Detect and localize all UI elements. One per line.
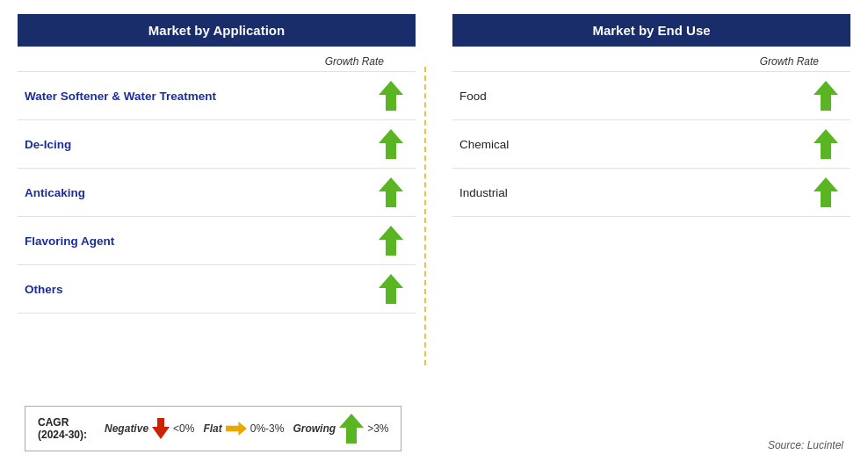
source-label: Source: Lucintel bbox=[768, 439, 843, 451]
legend-flat-label: Flat bbox=[203, 422, 221, 435]
right-item-label-2: Industrial bbox=[459, 186, 508, 199]
right-items-section: Food Chemical Industrial bbox=[452, 71, 850, 462]
legend-negative-value: <0% bbox=[173, 422, 194, 435]
table-row: Others bbox=[18, 265, 416, 314]
left-item-label-1: De-Icing bbox=[25, 138, 71, 151]
legend-cagr-years: (2024-30): bbox=[38, 429, 87, 441]
table-row: Anticaking bbox=[18, 169, 416, 217]
svg-marker-8 bbox=[152, 418, 170, 439]
green-up-arrow-icon-legend bbox=[339, 414, 364, 444]
green-up-arrow-icon bbox=[814, 177, 838, 207]
right-arrow-container-0 bbox=[810, 81, 842, 111]
yellow-right-arrow-icon bbox=[226, 421, 247, 436]
right-arrow-container-2 bbox=[810, 177, 842, 207]
legend-negative: Negative <0% bbox=[105, 418, 194, 439]
svg-marker-2 bbox=[379, 177, 403, 207]
left-item-label-0: Water Softener & Water Treatment bbox=[25, 90, 216, 103]
left-item-label-4: Others bbox=[25, 283, 63, 296]
table-row: Industrial bbox=[452, 169, 850, 217]
left-item-label-3: Flavoring Agent bbox=[25, 234, 114, 248]
svg-marker-9 bbox=[226, 422, 247, 436]
svg-marker-7 bbox=[814, 177, 838, 207]
right-item-label-1: Chemical bbox=[459, 138, 509, 151]
green-up-arrow-icon bbox=[814, 81, 838, 111]
green-up-arrow-icon bbox=[379, 274, 403, 304]
left-arrow-container-3 bbox=[375, 226, 407, 256]
right-item-label-0: Food bbox=[459, 90, 487, 103]
left-arrow-container-0 bbox=[375, 81, 407, 111]
right-panel-header: Market by End Use bbox=[452, 14, 850, 47]
svg-marker-1 bbox=[379, 129, 403, 159]
left-arrow-container-4 bbox=[375, 274, 407, 304]
svg-marker-4 bbox=[379, 274, 403, 304]
green-up-arrow-icon bbox=[814, 129, 838, 159]
svg-marker-6 bbox=[814, 129, 838, 159]
left-items-section: Water Softener & Water Treatment De-Icin… bbox=[18, 71, 416, 462]
left-panel: Market by Application Growth Rate Water … bbox=[18, 14, 424, 462]
table-row: Food bbox=[452, 71, 850, 120]
legend-flat-value: 0%-3% bbox=[250, 422, 285, 435]
svg-marker-0 bbox=[379, 81, 403, 111]
legend-growing-value: >3% bbox=[367, 422, 388, 435]
right-growth-rate-label: Growth Rate bbox=[760, 55, 819, 68]
legend-cagr-label: CAGR bbox=[38, 416, 69, 429]
left-growth-rate-label: Growth Rate bbox=[325, 55, 384, 68]
red-down-arrow-icon bbox=[152, 418, 170, 439]
legend-negative-label: Negative bbox=[105, 422, 148, 435]
green-up-arrow-icon bbox=[379, 129, 403, 159]
left-panel-header: Market by Application bbox=[18, 14, 416, 47]
table-row: Chemical bbox=[452, 120, 850, 169]
table-row: De-Icing bbox=[18, 120, 416, 169]
svg-marker-3 bbox=[379, 226, 403, 256]
left-arrow-container-2 bbox=[375, 177, 407, 207]
right-arrow-container-1 bbox=[810, 129, 842, 159]
table-row: Water Softener & Water Treatment bbox=[18, 71, 416, 120]
table-row: Flavoring Agent bbox=[18, 217, 416, 265]
svg-marker-10 bbox=[339, 414, 364, 444]
green-up-arrow-icon bbox=[379, 177, 403, 207]
legend-area: CAGR (2024-30): Negative <0% Flat 0%-3% … bbox=[25, 406, 401, 451]
legend-growing: Growing >3% bbox=[293, 414, 388, 444]
legend-flat: Flat 0%-3% bbox=[203, 421, 284, 436]
left-item-label-2: Anticaking bbox=[25, 186, 85, 199]
green-up-arrow-icon bbox=[379, 81, 403, 111]
right-panel: Market by End Use Growth Rate Food Chemi… bbox=[426, 14, 850, 462]
svg-marker-5 bbox=[814, 81, 838, 111]
legend-growing-label: Growing bbox=[293, 422, 336, 435]
green-up-arrow-icon bbox=[379, 226, 403, 256]
left-arrow-container-1 bbox=[375, 129, 407, 159]
